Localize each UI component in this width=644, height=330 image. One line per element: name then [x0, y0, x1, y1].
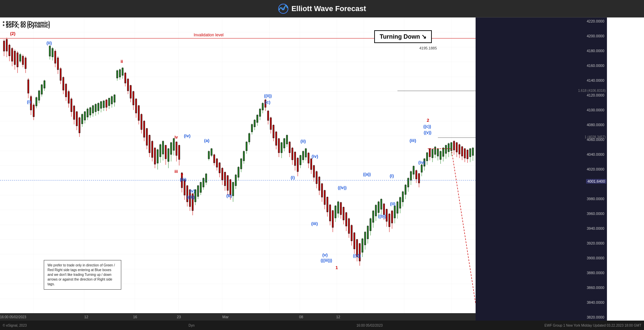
svg-text:(iv): (iv)	[312, 154, 318, 159]
svg-rect-63	[36, 98, 37, 106]
svg-rect-205	[230, 180, 231, 195]
svg-text:(ii): (ii)	[300, 139, 306, 144]
price-4180: 4180.0000	[587, 49, 606, 53]
current-price-label: 4001.6400	[586, 179, 606, 184]
price-3840: 3840.0000	[587, 300, 606, 304]
svg-text:i: i	[79, 119, 80, 124]
svg-rect-153	[160, 145, 161, 157]
svg-rect-193	[214, 155, 215, 163]
time-label-16: 16	[133, 315, 137, 319]
svg-text:(a): (a)	[204, 138, 210, 143]
svg-rect-313	[375, 205, 377, 216]
svg-rect-55	[25, 58, 26, 69]
header-title: Elliott Wave Forecast	[291, 4, 366, 13]
price-4100: 4100.0000	[587, 108, 606, 112]
svg-text:((c)): ((c))	[423, 124, 431, 129]
svg-rect-147	[152, 141, 153, 157]
svg-rect-105	[95, 104, 96, 112]
svg-rect-187	[205, 174, 207, 182]
svg-rect-307	[367, 226, 368, 239]
svg-rect-255	[297, 158, 298, 172]
turning-down-box: Turning Down ↘	[374, 30, 432, 43]
svg-rect-229	[262, 103, 263, 110]
svg-rect-207	[232, 182, 234, 196]
svg-rect-295	[351, 225, 352, 241]
svg-rect-215	[243, 151, 245, 161]
svg-rect-157	[165, 145, 166, 159]
svg-rect-83	[65, 84, 67, 97]
svg-text:((iv)): ((iv))	[338, 185, 347, 190]
price-3980: 3980.0000	[587, 197, 606, 201]
time-label-08: 08	[299, 315, 303, 319]
svg-rect-347	[421, 165, 422, 172]
price-3960: 3960.0000	[587, 212, 606, 216]
svg-rect-337	[408, 178, 409, 187]
header-logo: Elliott Wave Forecast	[278, 3, 366, 14]
price-4020: 4020.0000	[587, 167, 606, 171]
svg-rect-379	[464, 149, 465, 158]
disclaimer-box: We prefer to trade only in direction of …	[44, 260, 121, 290]
svg-rect-329	[397, 202, 398, 213]
svg-rect-235	[270, 118, 271, 130]
price-3860: 3860.0000	[587, 286, 606, 290]
svg-rect-377	[461, 147, 463, 156]
svg-rect-273	[321, 184, 323, 197]
svg-rect-287	[340, 203, 342, 215]
svg-rect-203	[227, 176, 228, 190]
svg-text:((v)): ((v))	[353, 253, 361, 258]
svg-rect-167	[179, 145, 180, 159]
svg-text:(c): (c)	[265, 100, 270, 105]
svg-point-1	[282, 7, 285, 10]
svg-rect-285	[337, 202, 339, 213]
svg-rect-113	[106, 100, 107, 107]
price-3820: 3820.0000	[587, 315, 606, 319]
ewf-logo-icon	[278, 3, 289, 14]
svg-rect-259	[302, 151, 304, 160]
svg-rect-381	[467, 150, 468, 159]
svg-rect-53	[22, 56, 24, 65]
svg-rect-289	[343, 207, 344, 220]
svg-rect-151	[157, 150, 158, 163]
svg-rect-199	[222, 168, 223, 180]
svg-rect-315	[378, 202, 379, 213]
chart-container: Elliott Wave Forecast	[0, 0, 644, 330]
svg-rect-201	[224, 172, 226, 186]
copyright-text: © eSignal, 2023	[3, 324, 27, 327]
svg-rect-297	[354, 233, 355, 249]
svg-text:4195.1885: 4195.1885	[419, 46, 437, 50]
svg-rect-89	[73, 106, 75, 119]
price-4220: 4220.0000	[587, 19, 606, 23]
svg-rect-341	[413, 166, 414, 174]
svg-rect-99	[87, 109, 88, 117]
svg-rect-361	[440, 151, 441, 159]
svg-text:((ii)): ((ii))	[187, 195, 195, 199]
svg-rect-123	[119, 70, 121, 77]
svg-rect-269	[316, 172, 317, 184]
svg-text:(iv): (iv)	[418, 160, 425, 165]
svg-rect-281	[332, 211, 333, 227]
svg-rect-277	[327, 197, 328, 212]
svg-rect-257	[300, 155, 301, 165]
svg-rect-91	[76, 112, 77, 126]
svg-rect-163	[173, 139, 174, 150]
svg-rect-291	[346, 213, 347, 226]
svg-rect-263	[308, 153, 309, 163]
svg-rect-197	[219, 163, 220, 173]
svg-rect-121	[117, 71, 118, 78]
svg-rect-129	[127, 79, 129, 91]
svg-rect-303	[362, 239, 363, 252]
header-bar: Elliott Wave Forecast	[0, 0, 644, 17]
svg-text:2: 2	[427, 118, 429, 123]
svg-rect-383	[470, 149, 471, 157]
svg-rect-185	[203, 178, 204, 187]
svg-rect-103	[92, 106, 94, 113]
svg-rect-95	[82, 114, 83, 124]
svg-rect-271	[319, 177, 320, 190]
svg-rect-65	[38, 91, 40, 100]
svg-rect-355	[432, 149, 433, 158]
svg-text:((v)): ((v))	[424, 130, 431, 135]
time-label-23: 23	[177, 315, 181, 319]
svg-rect-363	[443, 148, 444, 156]
svg-rect-145	[149, 135, 150, 153]
svg-rect-245	[284, 139, 285, 148]
